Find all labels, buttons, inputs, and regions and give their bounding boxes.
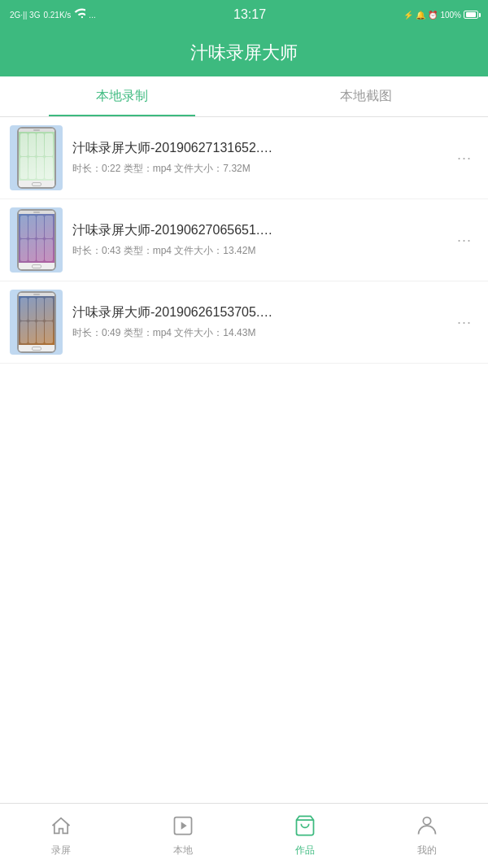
- status-left: 2G·|| 3G 0.21K/s ...: [10, 8, 96, 21]
- video-info-2: 汁味录屏大师-20190627065651.… 时长：0:43 类型：mp4 文…: [63, 222, 451, 258]
- status-bar: 2G·|| 3G 0.21K/s ... 13:17 ⚡ 🔔 ⏰ 100%: [0, 0, 488, 29]
- nav-local[interactable]: 本地: [122, 804, 244, 868]
- video-more-button-3[interactable]: ···: [451, 308, 478, 338]
- svg-point-0: [81, 16, 83, 18]
- video-info-1: 汁味录屏大师-20190627131652.… 时长：0:22 类型：mp4 文…: [63, 140, 451, 176]
- alarm-icon: 🔔: [416, 11, 425, 20]
- video-more-button-2[interactable]: ···: [451, 225, 478, 255]
- battery-text: 100%: [440, 11, 461, 20]
- video-meta-2: 时长：0:43 类型：mp4 文件大小：13.42M: [72, 244, 441, 258]
- svg-marker-2: [181, 822, 187, 829]
- svg-point-4: [423, 818, 430, 825]
- home-icon: [50, 814, 72, 840]
- app-header: 汁味录屏大师: [0, 29, 488, 76]
- video-name-3: 汁味录屏大师-20190626153705.…: [72, 304, 441, 321]
- network-info: 2G·|| 3G: [10, 11, 40, 20]
- person-icon: [416, 814, 438, 840]
- video-info-3: 汁味录屏大师-20190626153705.… 时长：0:49 类型：mp4 文…: [63, 304, 451, 340]
- video-name-1: 汁味录屏大师-20190627131652.…: [72, 140, 441, 157]
- video-list: 汁味录屏大师-20190627131652.… 时长：0:22 类型：mp4 文…: [0, 117, 488, 803]
- video-more-button-1[interactable]: ···: [451, 143, 478, 173]
- wifi-icon: [74, 8, 85, 21]
- clock-icon: ⏰: [428, 11, 438, 20]
- video-meta-1: 时长：0:22 类型：mp4 文件大小：7.32M: [72, 162, 441, 176]
- more-dots: ...: [89, 11, 95, 20]
- video-item-3[interactable]: 汁味录屏大师-20190626153705.… 时长：0:49 类型：mp4 文…: [0, 281, 488, 364]
- nav-record[interactable]: 录屏: [0, 804, 122, 868]
- video-item-1[interactable]: 汁味录屏大师-20190627131652.… 时长：0:22 类型：mp4 文…: [0, 117, 488, 199]
- play-icon: [172, 814, 194, 840]
- speed-info: 0.21K/s: [43, 11, 71, 20]
- bag-icon: [294, 814, 316, 840]
- nav-record-label: 录屏: [51, 844, 71, 857]
- tab-bar: 本地录制 本地截图: [0, 76, 488, 117]
- tab-local-screenshot[interactable]: 本地截图: [244, 76, 488, 116]
- nav-mine-label: 我的: [417, 844, 437, 857]
- video-thumb-2: [10, 207, 63, 273]
- status-right: ⚡ 🔔 ⏰ 100%: [403, 11, 478, 20]
- video-thumb-1: [10, 125, 63, 190]
- battery-icon: [464, 11, 478, 19]
- tab-local-record[interactable]: 本地录制: [0, 76, 244, 116]
- nav-works[interactable]: 作品: [244, 804, 366, 868]
- bottom-nav: 录屏 本地 作品 我的: [0, 803, 488, 868]
- video-thumb-3: [10, 290, 63, 355]
- bluetooth-icon: ⚡: [403, 11, 413, 20]
- video-name-2: 汁味录屏大师-20190627065651.…: [72, 222, 441, 239]
- nav-works-label: 作品: [295, 844, 315, 857]
- video-meta-3: 时长：0:49 类型：mp4 文件大小：14.43M: [72, 326, 441, 340]
- app-title: 汁味录屏大师: [190, 41, 298, 65]
- nav-mine[interactable]: 我的: [366, 804, 488, 868]
- status-time: 13:17: [233, 7, 266, 22]
- nav-local-label: 本地: [173, 844, 193, 857]
- video-item-2[interactable]: 汁味录屏大师-20190627065651.… 时长：0:43 类型：mp4 文…: [0, 199, 488, 281]
